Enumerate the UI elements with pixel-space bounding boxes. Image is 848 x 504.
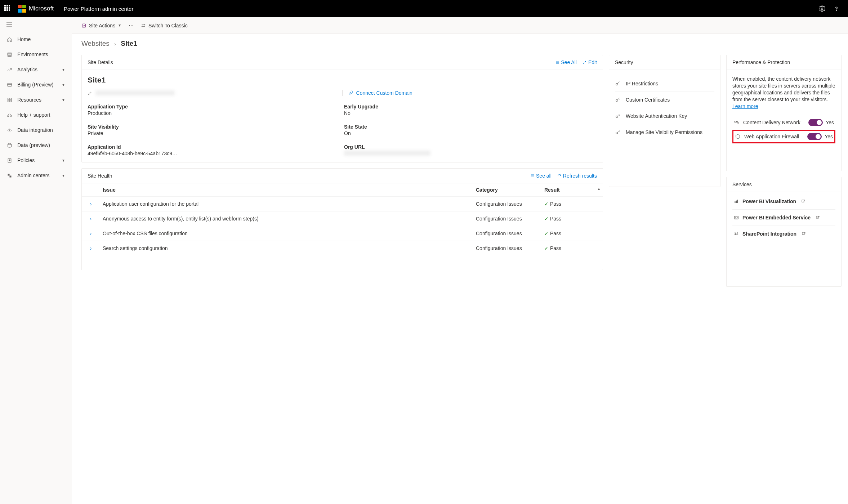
svg-rect-22 (82, 24, 85, 27)
security-item-label: Website Authentication Key (626, 113, 687, 119)
breadcrumb-root[interactable]: Websites (81, 40, 110, 47)
site-url-field[interactable] (88, 90, 336, 96)
sidebar-item-home[interactable]: Home (0, 32, 72, 47)
site-state-label: Site State (344, 124, 597, 130)
settings-icon[interactable] (815, 1, 829, 16)
svg-rect-36 (736, 201, 737, 203)
svg-line-49 (735, 235, 736, 235)
connect-custom-domain-button[interactable]: Connect Custom Domain (342, 90, 597, 96)
key-icon (615, 113, 621, 119)
security-item-label: IP Restrictions (626, 81, 658, 86)
table-row: ›Anonymous access to entity form(s), ent… (82, 211, 603, 226)
sidebar-item-admin-centers[interactable]: Admin centers ▼ (0, 168, 72, 183)
sidebar-item-label: Analytics (17, 67, 37, 72)
cdn-state: Yes (826, 120, 834, 125)
service-item[interactable]: Power BI Visualization (732, 193, 835, 210)
app-id-value: 49ef6f8b-6050-408b-be9c-54ab173c9… (88, 151, 340, 156)
table-row: ›Out-of-the-box CSS files configurationC… (82, 226, 603, 241)
expand-row-icon[interactable]: › (82, 197, 100, 211)
table-row: ›Application user configuration for the … (82, 197, 603, 211)
chevron-down-icon: ▼ (62, 98, 65, 102)
check-icon: ✓ (544, 245, 549, 251)
category-cell: Configuration Issues (473, 226, 541, 241)
security-item[interactable]: IP Restrictions (615, 76, 714, 92)
sidebar-item-data-integration[interactable]: Data integration (0, 122, 72, 138)
card-title: Site Details (88, 59, 113, 65)
app-id-label: Application Id (88, 144, 340, 150)
security-item[interactable]: Custom Certificates (615, 92, 714, 108)
early-upgrade-label: Early Upgrade (344, 104, 597, 110)
app-launcher-icon[interactable] (4, 5, 12, 12)
sidebar-item-help[interactable]: Help + support (0, 107, 72, 122)
analytics-icon (6, 67, 12, 72)
microsoft-logo-icon (18, 5, 26, 13)
sidebar-item-label: Resources (17, 97, 41, 103)
chevron-down-icon: ▼ (62, 174, 65, 178)
site-details-card: Site Details See All Edit (81, 55, 603, 162)
svg-rect-35 (735, 201, 735, 203)
col-issue[interactable]: Issue (100, 183, 473, 197)
cdn-toggle[interactable] (808, 119, 823, 126)
expand-row-icon[interactable]: › (82, 226, 100, 241)
col-category[interactable]: Category (473, 183, 541, 197)
svg-rect-5 (7, 53, 11, 54)
result-cell: ✓Pass (541, 197, 603, 211)
svg-rect-20 (8, 174, 9, 175)
command-bar: Site Actions ▼ ⋯ Switch To Classic (72, 17, 848, 34)
chevron-down-icon: ▼ (62, 68, 65, 72)
site-visibility-value: Private (88, 130, 340, 136)
switch-to-classic-button[interactable]: Switch To Classic (141, 23, 188, 28)
sidebar-item-resources[interactable]: Resources ▼ (0, 92, 72, 107)
service-icon (734, 231, 739, 236)
service-icon (734, 199, 739, 204)
overflow-button[interactable]: ⋯ (129, 23, 134, 28)
security-item[interactable]: Manage Site Visibility Permissions (615, 124, 714, 140)
waf-toggle[interactable] (807, 133, 822, 140)
app-type-label: Application Type (88, 104, 340, 110)
svg-line-48 (737, 233, 737, 234)
sidebar-item-label: Help + support (17, 112, 50, 118)
sidebar-item-data-preview[interactable]: Data (preview) (0, 138, 72, 153)
expand-row-icon[interactable]: › (82, 211, 100, 226)
edit-button[interactable]: Edit (583, 59, 597, 65)
card-title: Performance & Protection (732, 59, 790, 65)
table-row: ›Search settings configurationConfigurat… (82, 241, 603, 256)
see-all-button[interactable]: See All (555, 59, 577, 65)
performance-card: Performance & Protection When enabled, t… (726, 55, 842, 171)
data-icon (6, 143, 12, 148)
brand-label: Microsoft (29, 5, 54, 12)
help-icon[interactable] (829, 1, 844, 16)
learn-more-link[interactable]: Learn more (732, 103, 758, 109)
issue-cell: Anonymous access to entity form(s), enti… (100, 211, 473, 226)
sidebar-item-label: Data (preview) (17, 142, 50, 148)
issue-cell: Search settings configuration (100, 241, 473, 256)
refresh-button[interactable]: Refresh results (557, 173, 597, 179)
site-actions-button[interactable]: Site Actions ▼ (81, 23, 121, 28)
security-item[interactable]: Website Authentication Key (615, 108, 714, 124)
service-label: SharePoint Integration (742, 231, 796, 237)
col-result[interactable]: Result▲ (541, 183, 603, 197)
svg-point-30 (616, 99, 618, 101)
sidebar-item-policies[interactable]: Policies ▼ (0, 153, 72, 168)
sidebar-item-analytics[interactable]: Analytics ▼ (0, 62, 72, 77)
service-item[interactable]: SharePoint Integration (732, 226, 835, 242)
expand-row-icon[interactable]: › (82, 241, 100, 256)
sidebar-item-environments[interactable]: Environments (0, 47, 72, 62)
svg-rect-13 (10, 100, 11, 102)
waf-label: Web Application Firewall (744, 134, 799, 139)
billing-icon (6, 82, 12, 88)
nav-toggle-icon[interactable] (0, 17, 72, 32)
app-title: Power Platform admin center (64, 6, 133, 12)
site-health-card: Site Health See all Refresh results (81, 168, 603, 270)
svg-point-29 (616, 83, 618, 85)
early-upgrade-value: No (344, 110, 597, 116)
site-state-value: On (344, 130, 597, 136)
sidebar-item-label: Environments (17, 52, 48, 57)
security-item-label: Manage Site Visibility Permissions (626, 129, 702, 135)
sort-asc-icon: ▲ (597, 187, 601, 191)
see-all-button[interactable]: See all (530, 173, 552, 179)
microsoft-logo: Microsoft (18, 5, 54, 13)
sidebar-item-billing[interactable]: Billing (Preview) ▼ (0, 77, 72, 92)
service-item[interactable]: Power BI Embedded Service (732, 210, 835, 226)
firewall-icon (735, 134, 741, 139)
